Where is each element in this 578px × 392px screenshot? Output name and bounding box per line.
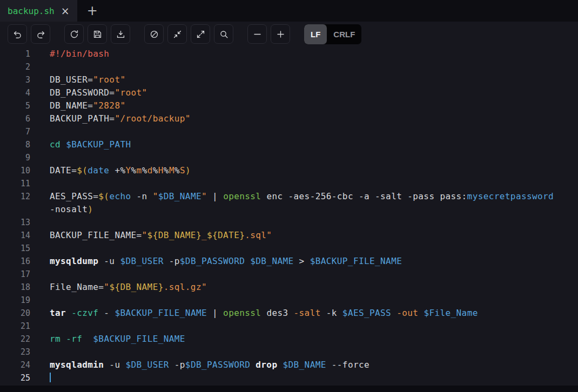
code-text[interactable]: DB_PASSWORD="root" <box>30 86 147 99</box>
code-text[interactable]: mysqldump -u $DB_USER -p$DB_PASSWORD $DB… <box>30 255 402 268</box>
line-number: 1 <box>0 48 30 60</box>
code-line[interactable]: 7 <box>0 125 578 138</box>
line-number: 4 <box>0 86 30 99</box>
redo-icon <box>36 29 46 39</box>
code-text[interactable]: File_Name="${DB_NAME}.sql.gz" <box>30 281 207 294</box>
line-number: 7 <box>0 125 30 138</box>
close-icon[interactable]: × <box>61 6 70 16</box>
tab-label: backup.sh <box>8 6 55 16</box>
code-text[interactable]: BACKUP_FILE_NAME="${DB_NAME}_${DATE}.sql… <box>30 229 272 242</box>
code-line[interactable]: 20tar -czvf - $BACKUP_FILE_NAME | openss… <box>0 307 578 320</box>
decrease-font-icon <box>252 29 263 39</box>
code-line[interactable]: 25 <box>0 371 578 384</box>
code-text[interactable]: -nosalt) <box>30 203 93 216</box>
line-ending-crlf[interactable]: CRLF <box>327 24 361 44</box>
toolbar-group <box>247 24 290 44</box>
reload-button[interactable] <box>64 24 84 44</box>
increase-font-icon <box>275 29 286 39</box>
code-text[interactable] <box>30 346 50 359</box>
code-text[interactable] <box>30 125 50 138</box>
code-text[interactable] <box>30 60 50 73</box>
line-number: 9 <box>0 151 30 164</box>
code-text[interactable]: rm -rf $BACKUP_FILE_NAME <box>30 333 185 346</box>
editor-tab[interactable]: backup.sh × <box>0 0 77 22</box>
code-text[interactable]: DB_NAME="2828" <box>30 99 125 112</box>
line-number: 12 <box>0 190 30 203</box>
code-line[interactable]: 1#!/bin/bash <box>0 48 578 60</box>
code-line[interactable]: 8cd $BACKUP_PATH <box>0 138 578 151</box>
search-button[interactable] <box>214 24 233 44</box>
code-line[interactable]: 5DB_NAME="2828" <box>0 99 578 112</box>
code-text[interactable]: DB_USER="root" <box>30 73 125 86</box>
code-text[interactable] <box>30 177 50 190</box>
code-text[interactable] <box>30 242 50 255</box>
code-line[interactable]: -nosalt) <box>0 203 578 216</box>
redo-button[interactable] <box>31 24 50 44</box>
line-ending-toggle: LF CRLF <box>304 24 361 44</box>
code-line[interactable]: 21 <box>0 320 578 333</box>
code-text[interactable]: AES_PASS=$(echo -n "$DB_NAME" | openssl … <box>30 190 554 203</box>
code-line[interactable]: 11 <box>0 177 578 190</box>
line-number <box>0 203 30 216</box>
save-as-button[interactable] <box>111 24 130 44</box>
editor-area[interactable]: 1#!/bin/bash23DB_USER="root"4DB_PASSWORD… <box>0 46 578 386</box>
code-line[interactable]: 14BACKUP_FILE_NAME="${DB_NAME}_${DATE}.s… <box>0 229 578 242</box>
code-line[interactable]: 13 <box>0 216 578 229</box>
code-line[interactable]: 17 <box>0 268 578 281</box>
code-text[interactable]: mysqladmin -u $DB_USER -p$DB_PASSWORD dr… <box>30 359 369 371</box>
code-line[interactable]: 16mysqldump -u $DB_USER -p$DB_PASSWORD $… <box>0 255 578 268</box>
code-line[interactable]: 12AES_PASS=$(echo -n "$DB_NAME" | openss… <box>0 190 578 203</box>
expand-button[interactable] <box>191 24 210 44</box>
code-line[interactable]: 18File_Name="${DB_NAME}.sql.gz" <box>0 281 578 294</box>
code-text[interactable]: BACKUP_PATH="/root/backup" <box>30 112 191 125</box>
new-tab-button[interactable]: + <box>77 0 107 22</box>
tab-bar: backup.sh × + <box>0 0 578 22</box>
line-number: 16 <box>0 255 30 268</box>
line-number: 17 <box>0 268 30 281</box>
code-line[interactable]: 9 <box>0 151 578 164</box>
code-text[interactable] <box>30 151 50 164</box>
save-icon <box>92 29 103 39</box>
code-text[interactable]: cd $BACKUP_PATH <box>30 138 131 151</box>
code-text[interactable] <box>30 268 50 281</box>
line-number: 11 <box>0 177 30 190</box>
code-line[interactable]: 3DB_USER="root" <box>0 73 578 86</box>
toolbar-group <box>8 24 50 44</box>
code-text[interactable] <box>30 320 50 333</box>
code-line[interactable]: 6BACKUP_PATH="/root/backup" <box>0 112 578 125</box>
code-line[interactable]: 23 <box>0 346 578 359</box>
line-number: 3 <box>0 73 30 86</box>
code-line[interactable]: 2 <box>0 60 578 73</box>
search-icon <box>219 29 229 39</box>
toolbar-button-groups <box>8 24 304 44</box>
code-line[interactable]: 10DATE=$(date +%Y%m%d%H%M%S) <box>0 164 578 177</box>
line-number: 21 <box>0 320 30 333</box>
code-text[interactable]: #!/bin/bash <box>30 48 109 60</box>
circle-slash-button[interactable] <box>144 24 164 44</box>
code-line[interactable]: 4DB_PASSWORD="root" <box>0 86 578 99</box>
collapse-button[interactable] <box>167 24 187 44</box>
line-number: 19 <box>0 294 30 307</box>
code-editor-app: backup.sh × + LF CRLF 1#!/bin/bash23DB_U… <box>0 0 578 392</box>
code-text[interactable]: DATE=$(date +%Y%m%d%H%M%S) <box>30 164 191 177</box>
code-line[interactable]: 22rm -rf $BACKUP_FILE_NAME <box>0 333 578 346</box>
code-text[interactable]: tar -czvf - $BACKUP_FILE_NAME | openssl … <box>30 307 478 320</box>
text-cursor <box>50 373 51 382</box>
code-line[interactable]: 24mysqladmin -u $DB_USER -p$DB_PASSWORD … <box>0 359 578 371</box>
toolbar-group <box>144 24 233 44</box>
code-line[interactable]: 15 <box>0 242 578 255</box>
code-text[interactable] <box>30 371 51 384</box>
collapse-icon <box>172 29 183 39</box>
save-button[interactable] <box>88 24 107 44</box>
toolbar: LF CRLF <box>0 22 578 46</box>
code-line[interactable]: 19 <box>0 294 578 307</box>
line-number: 10 <box>0 164 30 177</box>
code-text[interactable] <box>30 294 50 307</box>
line-number: 5 <box>0 99 30 112</box>
undo-button[interactable] <box>8 24 27 44</box>
line-ending-lf[interactable]: LF <box>304 24 327 44</box>
increase-font-button[interactable] <box>271 24 290 44</box>
line-number: 14 <box>0 229 30 242</box>
code-text[interactable] <box>30 216 50 229</box>
decrease-font-button[interactable] <box>247 24 267 44</box>
